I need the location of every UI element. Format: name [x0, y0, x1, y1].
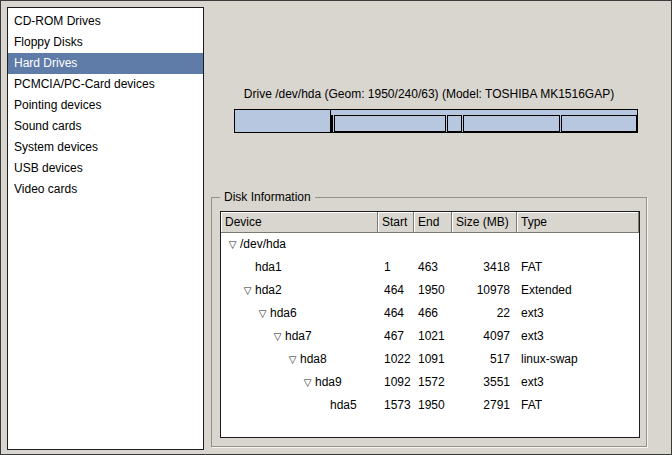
- column-header-type[interactable]: Type: [517, 212, 639, 233]
- size-cell: [452, 233, 517, 256]
- device-label: hda2: [255, 283, 282, 297]
- end-cell: 1950: [414, 279, 452, 302]
- expander-icon[interactable]: ▽: [225, 233, 240, 256]
- end-cell: 1091: [414, 348, 452, 371]
- partition-segment: [334, 115, 446, 132]
- device-label: hda8: [300, 352, 327, 366]
- column-header-start[interactable]: Start: [378, 212, 414, 233]
- type-cell: FAT: [517, 394, 639, 417]
- sidebar-item-system-devices[interactable]: System devices: [8, 137, 203, 158]
- expander-icon[interactable]: ▽: [255, 302, 270, 325]
- end-cell: 1572: [414, 371, 452, 394]
- end-cell: [414, 233, 452, 256]
- device-cell: ▽hda9: [221, 371, 378, 394]
- tree-indent: [225, 293, 240, 294]
- start-cell: 1022: [378, 348, 414, 371]
- table-row[interactable]: ▽hda646446622ext3: [221, 302, 639, 325]
- expander-icon[interactable]: ▽: [270, 325, 285, 348]
- sidebar-item-sound-cards[interactable]: Sound cards: [8, 116, 203, 137]
- device-label: hda5: [330, 398, 357, 412]
- device-label: /dev/hda: [240, 237, 286, 251]
- device-cell: hda5: [221, 394, 378, 417]
- device-label: hda7: [285, 329, 312, 343]
- device-label: hda1: [255, 260, 282, 274]
- tree-indent: [225, 362, 285, 363]
- table-row[interactable]: hda114633418FAT: [221, 256, 639, 279]
- column-header-device[interactable]: Device: [221, 212, 378, 233]
- drive-title: Drive /dev/hda (Geom: 1950/240/63) (Mode…: [215, 87, 643, 101]
- device-cell: ▽hda7: [221, 325, 378, 348]
- partition-segment: [561, 115, 637, 132]
- table-row[interactable]: hda5157319502791FAT: [221, 394, 639, 417]
- size-cell: 3551: [452, 371, 517, 394]
- table-row[interactable]: ▽/dev/hda: [221, 233, 639, 256]
- sidebar-item-pointing-devices[interactable]: Pointing devices: [8, 95, 203, 116]
- start-cell: 464: [378, 279, 414, 302]
- size-cell: 4097: [452, 325, 517, 348]
- disk-table-header: Device Start End Size (MB) Type: [221, 212, 639, 233]
- tree-indent: [225, 270, 240, 271]
- tree-indent: [225, 339, 270, 340]
- sidebar-item-floppy-disks[interactable]: Floppy Disks: [8, 32, 203, 53]
- device-cell: ▽hda8: [221, 348, 378, 371]
- end-cell: 1950: [414, 394, 452, 417]
- end-cell: 1021: [414, 325, 452, 348]
- start-cell: 1573: [378, 394, 414, 417]
- end-cell: 463: [414, 256, 452, 279]
- size-cell: 10978: [452, 279, 517, 302]
- sidebar-item-pcmcia-pc-card-devices[interactable]: PCMCIA/PC-Card devices: [8, 74, 203, 95]
- table-row[interactable]: ▽hda2464195010978Extended: [221, 279, 639, 302]
- partition-segment: [331, 115, 333, 132]
- tree-indent: [225, 408, 315, 409]
- sidebar-item-video-cards[interactable]: Video cards: [8, 179, 203, 200]
- column-header-size[interactable]: Size (MB): [452, 212, 517, 233]
- type-cell: ext3: [517, 325, 639, 348]
- end-cell: 466: [414, 302, 452, 325]
- start-cell: 464: [378, 302, 414, 325]
- extended-partition-area: [330, 115, 637, 132]
- partition-segment: [463, 115, 560, 132]
- drive-bar: [234, 109, 638, 133]
- device-label: hda9: [315, 375, 342, 389]
- type-cell: Extended: [517, 279, 639, 302]
- tree-indent: [225, 316, 255, 317]
- expander-icon[interactable]: ▽: [240, 279, 255, 302]
- table-row[interactable]: ▽hda810221091517linux-swap: [221, 348, 639, 371]
- expander-icon[interactable]: ▽: [285, 348, 300, 371]
- type-cell: [517, 233, 639, 256]
- start-cell: 1092: [378, 371, 414, 394]
- device-cell: ▽hda2: [221, 279, 378, 302]
- disk-table: Device Start End Size (MB) Type ▽/dev/hd…: [220, 211, 640, 438]
- type-cell: ext3: [517, 302, 639, 325]
- type-cell: linux-swap: [517, 348, 639, 371]
- device-cell: ▽/dev/hda: [221, 233, 378, 256]
- size-cell: 517: [452, 348, 517, 371]
- disk-information-label: Disk Information: [220, 190, 315, 205]
- device-cell: ▽hda6: [221, 302, 378, 325]
- device-label: hda6: [270, 306, 297, 320]
- table-row[interactable]: ▽hda9109215723551ext3: [221, 371, 639, 394]
- expander-icon[interactable]: ▽: [300, 371, 315, 394]
- size-cell: 2791: [452, 394, 517, 417]
- start-cell: [378, 233, 414, 256]
- disk-table-body: ▽/dev/hdahda114633418FAT▽hda246419501097…: [221, 233, 639, 417]
- partition-segment: [447, 115, 461, 132]
- disk-information-frame: Disk Information Device Start End Size (…: [211, 197, 647, 447]
- table-row[interactable]: ▽hda746710214097ext3: [221, 325, 639, 348]
- column-header-end[interactable]: End: [414, 212, 452, 233]
- type-cell: ext3: [517, 371, 639, 394]
- sidebar-item-usb-devices[interactable]: USB devices: [8, 158, 203, 179]
- start-cell: 467: [378, 325, 414, 348]
- sidebar-item-cd-rom-drives[interactable]: CD-ROM Drives: [8, 11, 203, 32]
- size-cell: 3418: [452, 256, 517, 279]
- size-cell: 22: [452, 302, 517, 325]
- device-category-list[interactable]: CD-ROM DrivesFloppy DisksHard DrivesPCMC…: [7, 7, 204, 450]
- hardware-browser-window: CD-ROM DrivesFloppy DisksHard DrivesPCMC…: [0, 0, 672, 455]
- tree-indent: [225, 385, 300, 386]
- type-cell: FAT: [517, 256, 639, 279]
- device-cell: hda1: [221, 256, 378, 279]
- sidebar-item-hard-drives[interactable]: Hard Drives: [8, 53, 203, 74]
- start-cell: 1: [378, 256, 414, 279]
